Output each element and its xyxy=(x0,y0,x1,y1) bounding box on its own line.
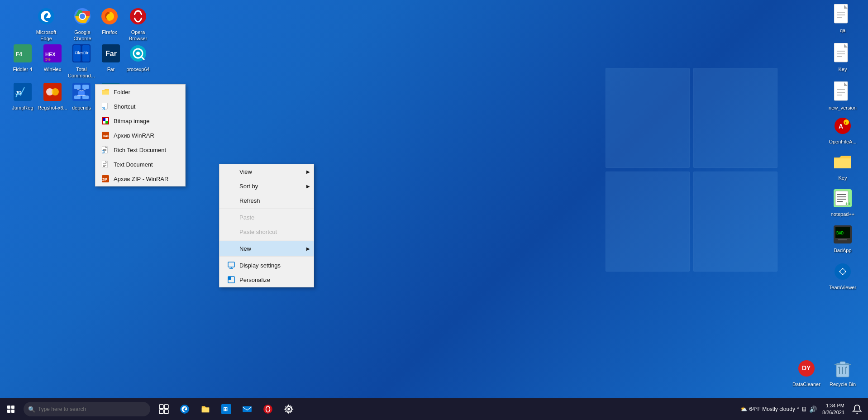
ctx-refresh[interactable]: Refresh xyxy=(219,193,314,208)
desktop-icon-qa[interactable]: qa xyxy=(825,2,861,35)
svg-text:!: ! xyxy=(845,121,846,125)
svg-text:DY: DY xyxy=(802,364,811,372)
submenu-folder[interactable]: Folder xyxy=(95,85,185,99)
start-button[interactable] xyxy=(0,398,22,420)
ctx-paste-shortcut[interactable]: Paste shortcut xyxy=(219,224,314,239)
search-input[interactable] xyxy=(38,406,133,412)
tray-expand-icon[interactable]: ^ xyxy=(797,406,799,412)
submenu-shortcut[interactable]: ↗ Shortcut xyxy=(95,99,185,114)
tray-network-icon[interactable]: 🖥 xyxy=(801,406,807,413)
recycle-bin-label: Recycle Bin xyxy=(830,381,856,387)
taskbar: 🔍 xyxy=(0,398,868,420)
submenu-textdoc[interactable]: Text Document xyxy=(95,157,185,172)
desktop-icon-teamviewer[interactable]: TeamViewer xyxy=(825,259,861,292)
search-icon: 🔍 xyxy=(28,406,35,413)
shortcut-submenu-icon: ↗ xyxy=(101,102,110,111)
svg-point-59 xyxy=(844,119,849,125)
view-icon xyxy=(227,167,236,176)
far-label: Far xyxy=(107,66,115,72)
submenu-winrar[interactable]: RAR Архив WinRAR xyxy=(95,128,185,143)
svg-rect-33 xyxy=(82,85,89,89)
datacleaner-icon: DY xyxy=(796,358,817,379)
ctx-new[interactable]: New xyxy=(219,241,314,256)
svg-rect-110 xyxy=(159,410,163,414)
svg-text:5%: 5% xyxy=(45,57,51,62)
desktop-icon-badapp[interactable]: BAD BadApp xyxy=(825,222,861,255)
desktop-icon-key2[interactable]: Key xyxy=(825,149,861,183)
desktop-icon-datacleaner[interactable]: DY DataCleaner xyxy=(788,356,825,389)
ctx-sep1 xyxy=(219,209,314,209)
desktop-icon-edge[interactable]: MicrosoftEdge xyxy=(28,4,64,44)
svg-text:⊞: ⊞ xyxy=(223,406,228,412)
desktop-icon-procexp[interactable]: procexp64 xyxy=(120,41,156,74)
desktop-icon-opera[interactable]: OperaBrowser xyxy=(120,4,156,44)
svg-rect-93 xyxy=(105,121,108,124)
desktop-icon-openfileapp[interactable]: A ! OpenFileA... xyxy=(825,113,861,147)
winrar-submenu-icon: RAR xyxy=(101,131,110,140)
desktop-icon-key[interactable]: Key xyxy=(825,41,861,74)
ctx-view[interactable]: View xyxy=(219,164,314,179)
qa-file-icon xyxy=(832,4,854,25)
paste-icon xyxy=(227,213,236,222)
regshot-icon xyxy=(42,81,63,103)
fiddler-label: Fiddler 4 xyxy=(13,66,33,72)
bitmap-submenu-icon xyxy=(101,116,110,125)
svg-point-0 xyxy=(38,8,54,24)
chrome-label: GoogleChrome xyxy=(73,29,91,42)
refresh-icon xyxy=(227,196,236,205)
clock-widget[interactable]: 1:34 PM 8/26/2021 xyxy=(819,402,848,416)
openfile-icon: A ! xyxy=(832,115,854,137)
chrome-icon xyxy=(72,5,93,27)
ctx-sep2 xyxy=(219,240,314,240)
tb-edge-button[interactable] xyxy=(175,399,195,419)
svg-rect-115 xyxy=(243,406,252,412)
submenu-bitmap[interactable]: Bitmap image xyxy=(95,114,185,128)
desktop-icon-newversion[interactable]: new_version xyxy=(825,79,861,113)
svg-point-73 xyxy=(840,269,845,274)
taskbar-search-bar[interactable]: 🔍 xyxy=(24,402,150,416)
fiddler-icon: F4 xyxy=(12,43,33,64)
depends-icon xyxy=(71,81,92,103)
folder-submenu-icon xyxy=(101,87,110,96)
new-icon xyxy=(227,244,236,253)
task-view-button[interactable] xyxy=(154,399,174,419)
svg-rect-9 xyxy=(132,15,144,18)
recycle-bin-icon xyxy=(832,358,854,379)
ctx-paste[interactable]: Paste xyxy=(219,210,314,224)
desktop-icon-recycle-bin[interactable]: Recycle Bin xyxy=(825,356,861,389)
svg-rect-78 xyxy=(840,362,845,364)
submenu-richtext[interactable]: ↗ Rich Text Document xyxy=(95,143,185,157)
tray-volume-icon[interactable]: 🔊 xyxy=(809,406,817,413)
personalize-icon xyxy=(227,275,236,284)
ctx-sort-by[interactable]: Sort by xyxy=(219,179,314,193)
tb-store-button[interactable]: ⊞ xyxy=(216,399,236,419)
tb-explorer-button[interactable] xyxy=(196,399,215,419)
system-tray-icons: ^ 🖥 🔊 xyxy=(797,406,817,413)
display-settings-icon xyxy=(227,261,236,270)
svg-text:↗: ↗ xyxy=(102,151,104,153)
svg-rect-111 xyxy=(164,410,168,414)
teamviewer-label: TeamViewer xyxy=(829,284,856,291)
notification-button[interactable] xyxy=(850,399,864,419)
svg-rect-82 xyxy=(228,262,234,267)
svg-point-112 xyxy=(180,405,189,414)
key-label: Key xyxy=(839,66,847,72)
svg-text:HEX: HEX xyxy=(45,52,56,57)
key-file-icon xyxy=(832,43,854,64)
newversion-file-icon xyxy=(832,81,854,103)
edge-label: MicrosoftEdge xyxy=(36,29,57,42)
tb-opera-button[interactable] xyxy=(258,399,278,419)
key2-label: Key xyxy=(839,175,847,181)
openfileapp-label: OpenFileA... xyxy=(829,138,856,145)
weather-widget[interactable]: ⛅ 64°F Mostly cloudy xyxy=(740,406,795,412)
submenu-zip[interactable]: ZIP Архив ZIP - WinRAR xyxy=(95,172,185,186)
ctx-display-settings[interactable]: Display settings xyxy=(219,258,314,272)
date-display: 8/26/2021 xyxy=(822,409,844,416)
far-icon: Far xyxy=(100,43,122,64)
tb-mail-button[interactable] xyxy=(237,399,257,419)
badapp-label: BadApp xyxy=(834,247,851,253)
desktop-icon-notepadpp[interactable]: ++ notepad++ xyxy=(825,186,861,219)
svg-rect-32 xyxy=(74,85,81,89)
tb-settings-button[interactable] xyxy=(279,399,299,419)
ctx-personalize[interactable]: Personalize xyxy=(219,272,314,287)
